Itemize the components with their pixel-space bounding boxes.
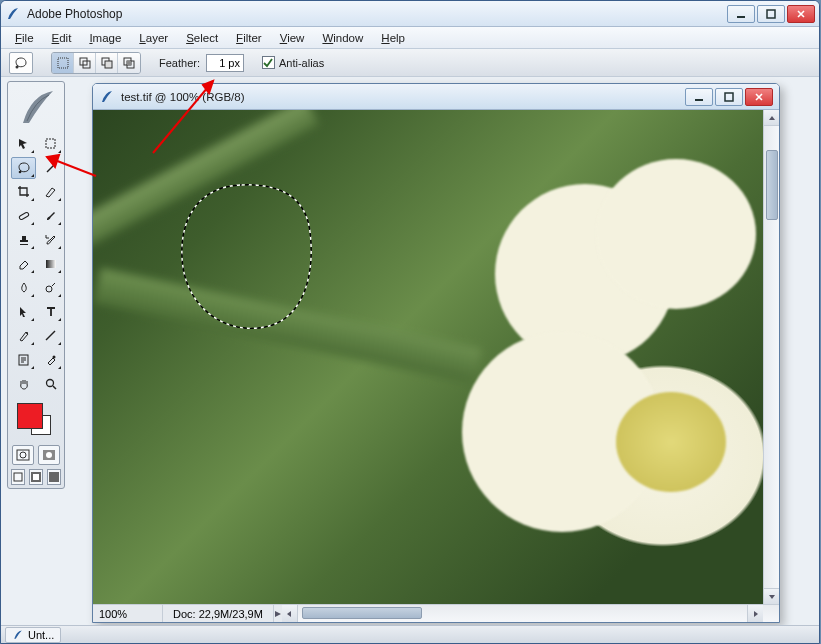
more-indicator-icon — [58, 318, 61, 321]
marquee-tool[interactable] — [38, 133, 63, 155]
scroll-right-button[interactable] — [747, 605, 763, 623]
minimize-button[interactable] — [727, 5, 755, 23]
gradient-icon — [44, 257, 58, 271]
doc-size-status[interactable]: Doc: 22,9M/23,9M — [163, 605, 274, 622]
svg-rect-14 — [46, 260, 56, 268]
eraser-icon — [17, 257, 31, 271]
scroll-up-button[interactable] — [764, 110, 780, 126]
document-title: test.tif @ 100% (RGB/8) — [121, 91, 245, 103]
dodge-tool[interactable] — [38, 277, 63, 299]
more-indicator-icon — [58, 198, 61, 201]
svg-rect-27 — [49, 472, 59, 482]
svg-point-18 — [52, 356, 55, 359]
document-canvas[interactable] — [93, 110, 763, 604]
menu-edit[interactable]: Edit — [44, 30, 80, 46]
mdi-taskbar: Unt... — [1, 625, 819, 643]
menu-filter[interactable]: Filter — [228, 30, 270, 46]
maximize-button[interactable] — [757, 5, 785, 23]
svg-point-21 — [20, 452, 26, 458]
lasso-icon — [17, 161, 31, 175]
menu-view[interactable]: View — [272, 30, 313, 46]
svg-point-19 — [46, 380, 53, 387]
hand-icon — [17, 377, 31, 391]
doc-maximize-button[interactable] — [715, 88, 743, 106]
selection-intersect-button[interactable] — [118, 53, 140, 73]
line-icon — [44, 329, 58, 343]
eraser-tool[interactable] — [11, 253, 36, 275]
scroll-thumb-horizontal[interactable] — [302, 607, 422, 619]
more-indicator-icon — [58, 366, 61, 369]
eyedropper-tool[interactable] — [38, 349, 63, 371]
line-tool[interactable] — [38, 325, 63, 347]
checkbox-icon — [262, 56, 275, 69]
titlebar[interactable]: Adobe Photoshop — [1, 1, 819, 27]
more-indicator-icon — [58, 222, 61, 225]
gradient-tool[interactable] — [38, 253, 63, 275]
svg-rect-0 — [737, 16, 745, 18]
svg-rect-10 — [127, 61, 131, 65]
pen-tool[interactable] — [11, 325, 36, 347]
hand-tool[interactable] — [11, 373, 36, 395]
menu-window[interactable]: Window — [314, 30, 371, 46]
doc-close-button[interactable] — [745, 88, 773, 106]
move-icon — [17, 137, 31, 151]
standard-mode-button[interactable] — [12, 445, 34, 465]
tool-preset-picker[interactable] — [9, 52, 33, 74]
document-window[interactable]: test.tif @ 100% (RGB/8) — [92, 83, 780, 623]
photoshop-feather-icon — [11, 85, 63, 129]
horizontal-scrollbar[interactable] — [282, 605, 779, 622]
more-indicator-icon — [58, 150, 61, 153]
crop-tool[interactable] — [11, 181, 36, 203]
type-tool[interactable] — [38, 301, 63, 323]
document-status-bar: 100% Doc: 22,9M/23,9M — [93, 604, 779, 622]
more-indicator-icon — [31, 174, 34, 177]
marquee-icon — [44, 137, 58, 151]
menu-help[interactable]: Help — [373, 30, 413, 46]
selection-subtract-button[interactable] — [96, 53, 118, 73]
screen-full-menubar-button[interactable] — [29, 469, 43, 485]
brush-tool[interactable] — [38, 205, 63, 227]
status-menu-arrow-icon[interactable] — [274, 611, 282, 617]
blur-tool[interactable] — [11, 277, 36, 299]
path-select-tool[interactable] — [11, 301, 36, 323]
document-titlebar[interactable]: test.tif @ 100% (RGB/8) — [93, 84, 779, 110]
pen-icon — [17, 329, 31, 343]
scroll-left-button[interactable] — [282, 605, 298, 623]
screen-standard-button[interactable] — [11, 469, 25, 485]
close-button[interactable] — [787, 5, 815, 23]
healing-brush-tool[interactable] — [11, 205, 36, 227]
vertical-scrollbar[interactable] — [763, 110, 779, 604]
more-indicator-icon — [31, 246, 34, 249]
menu-file[interactable]: File — [7, 30, 42, 46]
feather-input[interactable] — [206, 54, 244, 72]
menu-select[interactable]: Select — [178, 30, 226, 46]
menu-image[interactable]: Image — [81, 30, 129, 46]
zoom-tool[interactable] — [38, 373, 63, 395]
taskbar-document-item[interactable]: Unt... — [5, 627, 61, 643]
color-swatches[interactable] — [11, 401, 61, 439]
scroll-down-button[interactable] — [764, 588, 780, 604]
move-tool[interactable] — [11, 133, 36, 155]
doc-minimize-button[interactable] — [685, 88, 713, 106]
antialias-checkbox[interactable]: Anti-alias — [262, 56, 324, 69]
quick-mask-button[interactable] — [38, 445, 60, 465]
app-title: Adobe Photoshop — [27, 7, 727, 21]
slice-tool[interactable] — [38, 181, 63, 203]
history-brush-tool[interactable] — [38, 229, 63, 251]
toolbox[interactable] — [7, 81, 65, 489]
scroll-thumb-vertical[interactable] — [766, 150, 778, 220]
foreground-color-swatch[interactable] — [17, 403, 43, 429]
lasso-tool[interactable] — [11, 157, 36, 179]
screen-full-button[interactable] — [47, 469, 61, 485]
svg-rect-24 — [14, 473, 22, 481]
selection-add-button[interactable] — [74, 53, 96, 73]
more-indicator-icon — [58, 342, 61, 345]
magic-wand-tool[interactable] — [38, 157, 63, 179]
selection-new-button[interactable] — [52, 53, 74, 73]
document-icon — [99, 89, 115, 105]
zoom-level[interactable]: 100% — [93, 605, 163, 622]
more-indicator-icon — [31, 150, 34, 153]
clone-stamp-tool[interactable] — [11, 229, 36, 251]
notes-tool[interactable] — [11, 349, 36, 371]
menu-layer[interactable]: Layer — [131, 30, 176, 46]
